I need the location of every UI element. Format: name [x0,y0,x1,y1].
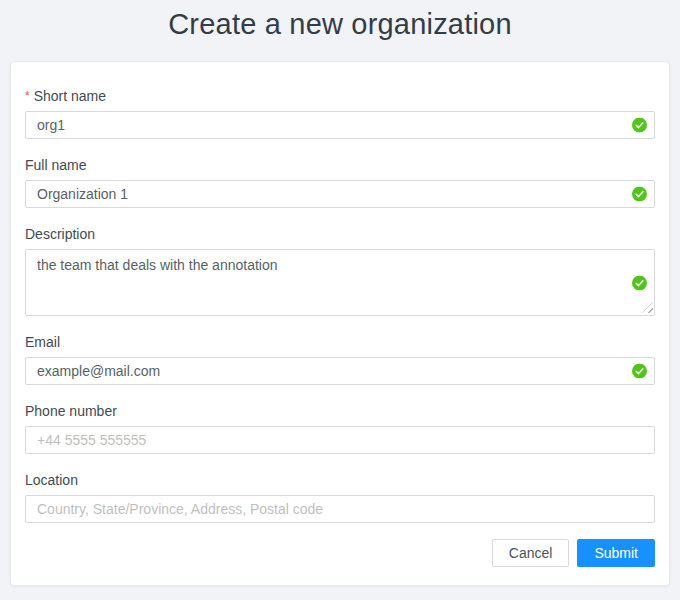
description-field: Description the team that deals with the… [25,224,655,316]
cancel-button[interactable]: Cancel [492,539,570,567]
page-title: Create a new organization [0,8,680,41]
form-actions: Cancel Submit [25,539,655,567]
email-field: Email [25,332,655,385]
full-name-field: Full name [25,155,655,208]
short-name-field: *Short name [25,86,655,139]
required-asterisk: * [25,89,30,103]
location-label: Location [25,470,655,490]
full-name-label: Full name [25,155,655,175]
location-input[interactable] [25,495,655,523]
short-name-label: *Short name [25,86,655,106]
description-label: Description [25,224,655,244]
full-name-input[interactable] [25,180,655,208]
email-input[interactable] [25,357,655,385]
email-label: Email [25,332,655,352]
phone-number-input[interactable] [25,426,655,454]
phone-number-label: Phone number [25,401,655,421]
create-organization-form: *Short name Full name Description the te… [10,61,670,586]
location-field: Location [25,470,655,523]
description-textarea[interactable]: the team that deals with the annotation [25,249,655,316]
short-name-input[interactable] [25,111,655,139]
phone-number-field: Phone number [25,401,655,454]
submit-button[interactable]: Submit [577,539,655,567]
